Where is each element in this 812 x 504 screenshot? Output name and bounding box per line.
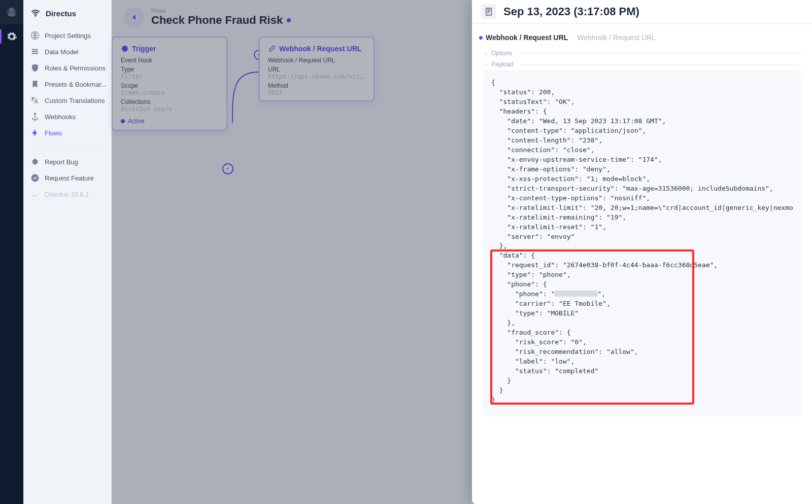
settings-brand: Directus [23,3,111,25]
shield-icon [30,63,40,73]
globe-icon [30,31,40,40]
settings-item-data-model[interactable]: Data Model [23,44,111,60]
settings-item-webhooks[interactable]: Webhooks [23,109,111,125]
translate-icon [30,96,40,105]
log-icon [481,4,496,19]
flow-node-trigger[interactable]: Trigger Event Hook Type filter Scope ite… [112,37,227,131]
chevron-down-icon [483,62,488,67]
section-payload[interactable]: Payload [483,61,801,68]
settings-item-version: Directus 10.6.1 [23,186,111,202]
flow-connector [228,87,260,119]
settings-item-report-bug[interactable]: Report Bug [23,154,111,170]
chevron-right-icon [483,51,488,56]
log-drawer: Sep 13, 2023 (3:17:08 PM) Webhook / Requ… [472,0,812,504]
wifi-icon [30,8,41,18]
status-dot-icon [287,18,291,22]
page-title: Check Phone Fraud Risk [151,14,291,27]
section-options[interactable]: Options [483,50,801,57]
arrow-left-icon [128,12,140,23]
anchor-icon [30,112,40,121]
bug-icon [30,157,40,166]
target-icon [121,45,129,53]
settings-item-translations[interactable]: Custom Translations [23,92,111,109]
rail-settings-icon[interactable] [0,24,23,49]
link-icon [268,45,276,53]
tab-dot-icon [479,36,483,40]
back-button[interactable] [124,7,144,27]
tab-webhook-inactive[interactable]: Webhook / Request URL [577,33,656,42]
settings-item-flows[interactable]: Flows [23,125,111,141]
brand-label: Directus [46,9,76,18]
drawer-title: Sep 13, 2023 (3:17:08 PM) [503,5,639,18]
settings-item-roles[interactable]: Roles & Permissions [23,60,111,76]
drawer-tabs: Webhook / Request URL Webhook / Request … [472,24,812,46]
flow-node-webhook[interactable]: Webhook / Request URL Webhook / Request … [259,37,375,101]
settings-item-request-feature[interactable]: Request Feature [23,170,111,186]
bookmark-icon [30,80,40,89]
check-badge-icon [30,173,40,183]
bolt-icon [30,128,40,137]
settings-item-project[interactable]: Project Settings [23,27,111,44]
settings-item-presets[interactable]: Presets & Bookmar... [23,76,111,92]
payload-viewer: { "status": 200, "statusText": "OK", "he… [483,70,801,416]
rabbit-icon [30,190,40,199]
brand-logo[interactable] [0,0,23,24]
list-icon [30,47,40,56]
status-dot-icon [121,119,125,123]
settings-sidebar: Directus Project Settings Data Model Rol… [23,0,112,504]
nav-rail [0,0,23,504]
payload-content[interactable]: { "status": 200, "statusText": "OK", "he… [491,78,793,405]
check-port-icon [222,163,233,174]
tab-webhook-active[interactable]: Webhook / Request URL [479,33,568,42]
breadcrumb[interactable]: Flows [151,8,291,14]
